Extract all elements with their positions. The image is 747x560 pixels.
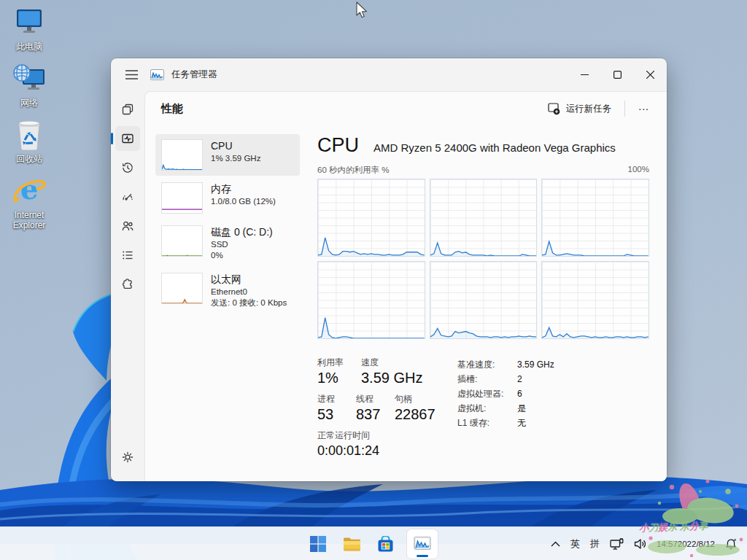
perf-item-name: 磁盘 0 (C: D:) [211, 225, 273, 239]
header-divider [624, 101, 625, 117]
internet-explorer-icon: e [12, 174, 46, 208]
cpu-detail-title: CPU [317, 134, 359, 157]
desktop-icon-this-pc[interactable]: 此电脑 [3, 6, 55, 52]
clock-time: 14:57 [657, 539, 678, 549]
taskbar: 英 拼 14:57 2022/8/12 [0, 526, 747, 560]
info-label: L1 缓存: [457, 416, 517, 430]
info-value: 无 [517, 416, 526, 430]
stat-label: 速度 [361, 357, 379, 368]
users-icon [120, 219, 135, 233]
sidebar-item-services[interactable] [115, 272, 140, 297]
ime-language-button[interactable]: 英 [565, 532, 585, 556]
settings-gear-icon [120, 450, 135, 464]
clock-date: 2022/8/12 [678, 539, 715, 549]
lp-chart-0 [317, 179, 425, 257]
cpu-stats: 利用率 速度 1% 3.59 GHz 进程 线程 句柄 [317, 357, 649, 466]
cpu-detail-pane: CPU AMD Ryzen 5 2400G with Radeon Vega G… [317, 134, 649, 466]
perf-item-disk[interactable]: 磁盘 0 (C: D:) SSD 0% [155, 220, 300, 266]
tray-expand-button[interactable] [546, 532, 565, 556]
perf-item-cpu[interactable]: CPU 1% 3.59 GHz [155, 134, 300, 176]
info-value: 2 [517, 372, 522, 386]
stat-value-utilization: 1% [317, 368, 361, 387]
desktop-icon-label: 回收站 [16, 154, 42, 164]
cpu-info-table: 基准速度:3.59 GHz 插槽:2 虚拟处理器:6 虚拟机:是 L1 缓存:无 [457, 357, 649, 466]
perf-item-name: 内存 [211, 182, 276, 196]
file-explorer-button[interactable] [340, 532, 363, 556]
desktop-icon-label: 此电脑 [16, 42, 42, 52]
sidebar-item-details[interactable] [115, 243, 140, 268]
desktop-icon-list: 此电脑 网络 [3, 6, 55, 241]
desktop-icon-recycle-bin[interactable]: 回收站 [3, 118, 55, 164]
network-icon [12, 62, 46, 96]
run-new-task-label: 运行新任务 [566, 103, 612, 115]
speaker-tray-icon [634, 538, 647, 550]
sidebar-item-performance[interactable] [115, 126, 140, 151]
sidebar-item-processes[interactable] [115, 97, 140, 122]
stat-value-handles: 22867 [395, 405, 436, 424]
task-manager-icon [414, 536, 431, 552]
run-new-task-button[interactable]: 运行新任务 [541, 98, 619, 120]
tray-expand-chevron-icon [551, 541, 560, 547]
sidebar [111, 91, 144, 481]
content-body: CPU 1% 3.59 GHz 内存 1.0/8.0 GB (12%) 磁盘 0… [145, 125, 667, 466]
chart-axis-max: 100% [628, 165, 649, 176]
cpu-model-name: AMD Ryzen 5 2400G with Radeon Vega Graph… [374, 141, 616, 154]
microsoft-store-button[interactable] [374, 532, 397, 556]
stat-label: 线程 [356, 393, 395, 405]
stat-value-speed: 3.59 GHz [361, 368, 422, 387]
lp-chart-3 [317, 261, 425, 339]
perf-item-stat: 0% [211, 250, 273, 261]
microsoft-store-icon [377, 536, 394, 553]
details-list-icon [120, 248, 135, 262]
volume-tray-button[interactable] [629, 532, 652, 556]
start-icon [310, 536, 326, 552]
desktop-icon-label: 网络 [20, 98, 38, 108]
recycle-bin-icon [12, 118, 46, 152]
task-manager-window: 任务管理器 [111, 58, 667, 481]
info-label: 虚拟处理器: [457, 386, 517, 401]
sidebar-item-startup-apps[interactable] [115, 184, 140, 209]
sidebar-item-settings[interactable] [115, 445, 140, 470]
perf-item-memory[interactable]: 内存 1.0/8.0 GB (12%) [155, 177, 300, 219]
disk-mini-chart [161, 225, 203, 257]
close-button[interactable] [634, 61, 667, 89]
start-button[interactable] [306, 532, 330, 556]
more-options-button[interactable]: ... [631, 99, 657, 118]
perf-item-stat: 1% 3.59 GHz [211, 153, 260, 164]
cpu-mini-chart [161, 139, 203, 171]
performance-pulse-icon [120, 131, 135, 146]
info-label: 虚拟机: [457, 401, 517, 416]
perf-item-ethernet[interactable]: 以太网 Ethernet0 发送: 0 接收: 0 Kbps [155, 268, 300, 314]
this-pc-icon [12, 6, 46, 39]
minimize-button[interactable] [568, 61, 601, 89]
notification-center-button[interactable]: z [719, 532, 743, 556]
titlebar[interactable]: 任务管理器 [111, 58, 667, 91]
network-tray-button[interactable] [605, 532, 629, 556]
info-label: 插槽: [457, 372, 517, 386]
taskbar-clock[interactable]: 14:57 2022/8/12 [652, 532, 719, 556]
ime-mode-button[interactable]: 拼 [585, 532, 605, 556]
lp-chart-4 [430, 261, 538, 339]
window-title: 任务管理器 [171, 69, 217, 81]
page-title: 性能 [161, 102, 183, 116]
navigation-menu-button[interactable] [117, 63, 146, 88]
chart-axis-caption: 60 秒内的利用率 % [317, 165, 389, 176]
perf-item-stat: SSD [211, 239, 273, 250]
sidebar-item-users[interactable] [115, 214, 140, 238]
stat-value-threads: 837 [356, 405, 395, 424]
maximize-button[interactable] [601, 61, 634, 89]
task-manager-taskbar-button[interactable] [407, 529, 438, 559]
lp-chart-5 [541, 261, 649, 339]
services-puzzle-icon [120, 277, 135, 292]
info-label: 基准速度: [457, 357, 517, 372]
info-value: 3.59 GHz [517, 357, 554, 372]
file-explorer-icon [343, 536, 361, 552]
perf-item-name: CPU [211, 139, 260, 153]
app-history-clock-icon [120, 160, 135, 175]
desktop-icon-internet-explorer[interactable]: e Internet Explorer [3, 174, 55, 230]
sidebar-item-app-history[interactable] [115, 155, 140, 180]
desktop-icon-network[interactable]: 网络 [3, 62, 55, 108]
stat-label: 句柄 [395, 393, 412, 405]
stat-value-processes: 53 [317, 405, 356, 424]
perf-item-stat: 1.0/8.0 GB (12%) [211, 196, 276, 207]
